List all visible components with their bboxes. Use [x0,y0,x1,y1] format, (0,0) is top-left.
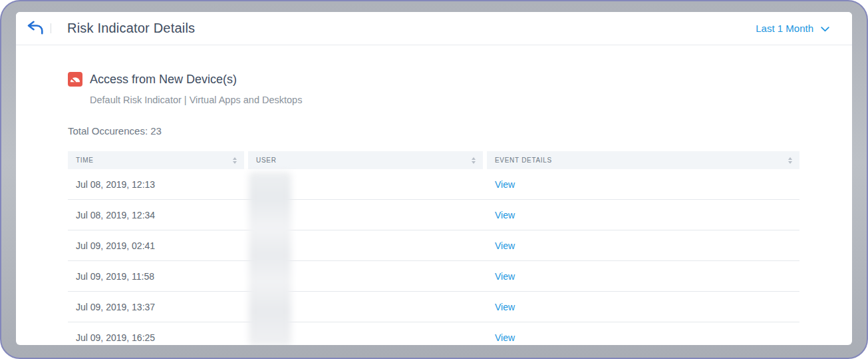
window-frame: Risk Indicator Details Last 1 Month [0,0,868,359]
topbar-divider [51,23,51,33]
time-filter-dropdown[interactable]: Last 1 Month [756,23,829,34]
column-header-event-details[interactable]: EVENT DETAILS [487,151,799,169]
table-row: Jul 08, 2019, 12:13 View [68,169,799,200]
cell-time: Jul 09, 2019, 11:58 [68,271,248,282]
column-header-user[interactable]: USER [248,151,483,169]
sort-arrows-icon[interactable] [233,157,237,164]
view-link[interactable]: View [495,302,515,312]
view-link[interactable]: View [495,179,515,190]
table-row: Jul 09, 2019, 16:25 View [68,322,799,345]
sort-arrows-icon[interactable] [472,157,476,164]
column-header-time-label: TIME [76,157,94,164]
indicator-title: Access from New Device(s) [90,73,237,87]
column-header-time[interactable]: TIME [68,151,244,169]
view-link[interactable]: View [495,210,515,220]
page-title: Risk Indicator Details [67,21,195,36]
indicator-header: Access from New Device(s) [68,72,797,87]
occurrences-table: TIME USER EVENT DETAILS Jul 08, 2019, 12 [68,151,799,345]
app-card: Risk Indicator Details Last 1 Month [16,12,852,345]
back-button[interactable] [21,17,48,41]
column-header-event-details-label: EVENT DETAILS [495,157,552,164]
total-occurrences-count: 23 [150,125,162,137]
total-occurrences-label: Total Occurences: [68,125,148,137]
view-link[interactable]: View [495,240,515,251]
table-row: Jul 08, 2019, 12:34 View [68,200,799,230]
topbar: Risk Indicator Details Last 1 Month [16,12,852,45]
column-header-user-label: USER [256,157,277,164]
cell-time: Jul 08, 2019, 12:34 [68,210,248,220]
time-filter-label: Last 1 Month [756,23,813,34]
cell-time: Jul 09, 2019, 13:37 [68,302,248,312]
table-row: Jul 09, 2019, 13:37 View [68,292,799,322]
view-link[interactable]: View [495,271,515,282]
risk-gauge-icon [68,72,82,87]
chevron-down-icon [821,23,829,34]
sort-arrows-icon[interactable] [788,157,792,164]
back-arrow-icon [27,21,43,37]
indicator-subtitle: Default Risk Indicator | Virtual Apps an… [90,95,797,105]
table-header-row: TIME USER EVENT DETAILS [68,151,799,169]
table-row: Jul 09, 2019, 11:58 View [68,261,799,292]
cell-time: Jul 08, 2019, 12:13 [68,179,248,190]
view-link[interactable]: View [495,332,515,343]
table-row: Jul 09, 2019, 02:41 View [68,230,799,261]
total-occurrences: Total Occurences: 23 [68,125,797,137]
cell-time: Jul 09, 2019, 16:25 [68,332,248,343]
table-body: Jul 08, 2019, 12:13 View Jul 08, 2019, 1… [68,169,799,345]
cell-time: Jul 09, 2019, 02:41 [68,240,248,251]
content: Access from New Device(s) Default Risk I… [16,45,852,345]
